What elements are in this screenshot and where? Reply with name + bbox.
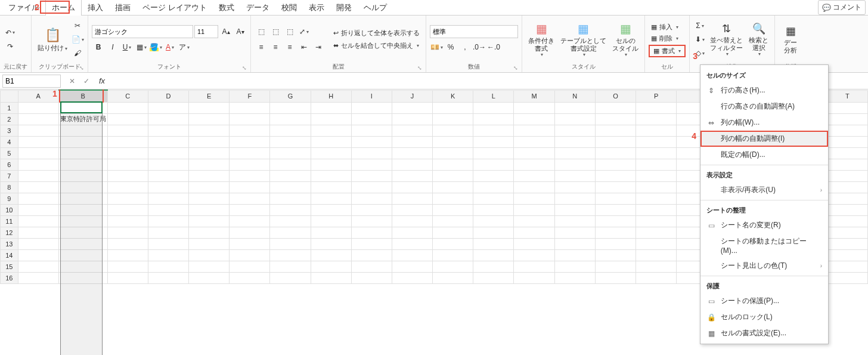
comment-button[interactable]: 💬 コメント	[818, 0, 866, 15]
menu-draw[interactable]: 描画	[109, 0, 137, 16]
align-middle-button[interactable]: ⬚	[269, 25, 282, 38]
fill-button[interactable]: ⬇	[693, 33, 706, 46]
col-t[interactable]: T	[827, 90, 867, 102]
menu-help[interactable]: ヘルプ	[358, 0, 393, 16]
redo-button[interactable]: ↷	[4, 40, 17, 53]
col-i[interactable]: I	[351, 90, 392, 102]
row-height-item[interactable]: ⇕行の高さ(H)...	[700, 82, 828, 98]
align-launcher-icon[interactable]: ⤡	[417, 65, 422, 71]
border-button[interactable]: ▦	[135, 41, 148, 54]
row-15[interactable]: 15	[1, 261, 18, 272]
clipboard-launcher-icon[interactable]: ⤡	[79, 65, 84, 71]
col-e[interactable]: E	[189, 90, 230, 102]
col-p[interactable]: P	[636, 90, 677, 102]
insert-cells-button[interactable]: ▦挿入	[649, 22, 686, 32]
font-launcher-icon[interactable]: ⤡	[242, 65, 247, 71]
col-m[interactable]: M	[514, 90, 554, 102]
comma-button[interactable]: ,	[458, 41, 472, 54]
row-13[interactable]: 13	[1, 238, 18, 249]
row-9[interactable]: 9	[1, 193, 18, 204]
find-select-button[interactable]: 🔍 検索と 選択	[746, 18, 771, 61]
menu-view[interactable]: 表示	[303, 0, 330, 16]
col-n[interactable]: N	[554, 90, 595, 102]
cell-styles-button[interactable]: ▦ セルの スタイル	[610, 18, 641, 61]
row-2[interactable]: 2	[1, 113, 18, 125]
tab-color-item[interactable]: シート見出しの色(T)›	[700, 258, 828, 274]
font-size-input[interactable]	[194, 25, 218, 38]
increase-decimal-button[interactable]: .0→	[473, 41, 486, 54]
number-launcher-icon[interactable]: ⤡	[513, 65, 518, 71]
menu-data[interactable]: データ	[240, 0, 275, 16]
row-7[interactable]: 7	[1, 170, 18, 181]
autofit-row-item[interactable]: 行の高さの自動調整(A)	[700, 98, 828, 115]
row-1[interactable]: 1	[1, 102, 18, 113]
format-painter-button[interactable]: 🖌	[71, 47, 84, 60]
merge-center-button[interactable]: ⬌セルを結合して中央揃え	[331, 41, 422, 51]
cell-format-item[interactable]: ▦セルの書式設定(E)...	[700, 325, 828, 341]
protect-sheet-item[interactable]: ▭シートの保護(P)...	[700, 293, 828, 309]
align-top-button[interactable]: ⬚	[255, 25, 268, 38]
row-8[interactable]: 8	[1, 181, 18, 193]
row-4[interactable]: 4	[1, 136, 18, 147]
row-11[interactable]: 11	[1, 215, 18, 227]
paste-button[interactable]: 📋 貼り付け	[35, 18, 70, 61]
col-width-item[interactable]: ⇔列の幅(W)...	[700, 115, 828, 131]
underline-button[interactable]: U	[120, 41, 134, 54]
orientation-button[interactable]: ⤢	[297, 25, 311, 38]
menu-dev[interactable]: 開発	[330, 0, 358, 16]
cut-button[interactable]: ✂	[71, 19, 84, 32]
menu-layout[interactable]: ページ レイアウト	[137, 0, 213, 16]
align-right-button[interactable]: ≡	[283, 41, 296, 54]
row-3[interactable]: 3	[1, 125, 18, 136]
sort-filter-button[interactable]: ⇅ 並べ替えと フィルター	[708, 18, 745, 61]
number-format-select[interactable]	[430, 25, 518, 38]
decrease-font-button[interactable]: A▾	[234, 25, 247, 38]
col-o[interactable]: O	[595, 90, 636, 102]
row-16[interactable]: 16	[1, 272, 18, 283]
autofit-col-item[interactable]: 列の幅の自動調整(I)	[700, 131, 828, 147]
indent-decrease-button[interactable]: ⇤	[297, 41, 311, 54]
conditional-format-button[interactable]: ▦ 条件付き 書式	[526, 18, 557, 61]
cancel-formula-button[interactable]: ✕	[66, 75, 79, 88]
hide-show-item[interactable]: 非表示/再表示(U)›	[700, 182, 828, 198]
col-f[interactable]: F	[230, 90, 270, 102]
delete-cells-button[interactable]: ▦削除	[649, 33, 686, 44]
row-12[interactable]: 12	[1, 227, 18, 238]
wrap-text-button[interactable]: ↩折り返して全体を表示する	[331, 28, 422, 38]
row-6[interactable]: 6	[1, 159, 18, 170]
undo-button[interactable]: ↶	[4, 26, 17, 39]
menu-formulas[interactable]: 数式	[213, 0, 240, 16]
percent-button[interactable]: %	[444, 41, 457, 54]
decrease-decimal-button[interactable]: ←.0	[487, 41, 500, 54]
col-l[interactable]: L	[473, 90, 514, 102]
default-width-item[interactable]: 既定の幅(D)...	[700, 147, 828, 163]
fx-icon[interactable]: fx	[95, 76, 108, 85]
font-name-input[interactable]	[92, 25, 193, 38]
row-10[interactable]: 10	[1, 204, 18, 215]
accounting-button[interactable]: 💴	[430, 41, 443, 54]
enter-formula-button[interactable]: ✓	[80, 75, 93, 88]
italic-button[interactable]: I	[106, 41, 119, 54]
increase-font-button[interactable]: A▴	[219, 25, 232, 38]
indent-increase-button[interactable]: ⇥	[312, 41, 325, 54]
format-table-button[interactable]: ▦ テーブルとして 書式設定	[558, 18, 609, 61]
format-cells-button[interactable]: ▦書式	[651, 46, 683, 56]
autosum-button[interactable]: Σ	[693, 19, 706, 32]
align-left-button[interactable]: ≡	[255, 41, 268, 54]
cell-b2[interactable]: 東京特許許可局	[58, 113, 107, 125]
col-b[interactable]: B	[58, 90, 107, 102]
name-box[interactable]	[2, 75, 61, 88]
col-c[interactable]: C	[107, 90, 148, 102]
menu-home[interactable]: ホーム	[45, 0, 82, 16]
menu-review[interactable]: 校閲	[275, 0, 303, 16]
row-14[interactable]: 14	[1, 249, 18, 261]
col-g[interactable]: G	[270, 90, 311, 102]
align-center-button[interactable]: ≡	[269, 41, 282, 54]
col-j[interactable]: J	[392, 90, 432, 102]
col-k[interactable]: K	[433, 90, 473, 102]
phonetic-button[interactable]: ア	[178, 41, 191, 54]
copy-button[interactable]: 📄	[71, 33, 84, 46]
fill-color-button[interactable]: 🪣	[149, 41, 162, 54]
align-bottom-button[interactable]: ⬚	[283, 25, 296, 38]
row-5[interactable]: 5	[1, 147, 18, 159]
